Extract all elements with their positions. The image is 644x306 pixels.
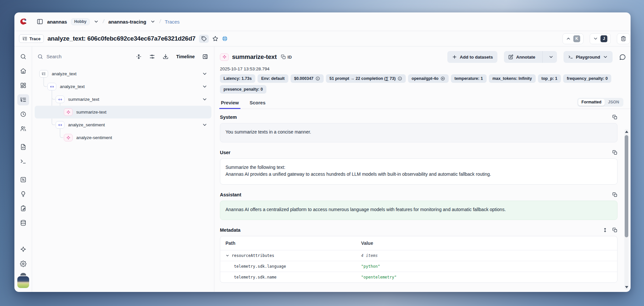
- tree-node-row[interactable]: analyze_text: [35, 67, 211, 80]
- star-icon[interactable]: [212, 36, 218, 42]
- download-icon[interactable]: [163, 54, 169, 60]
- app-logo[interactable]: [14, 18, 32, 25]
- next-trace-button[interactable]: J: [590, 33, 611, 44]
- breadcrumb-org[interactable]: anannas: [47, 19, 67, 25]
- add-to-datasets-button[interactable]: Add to datasets: [447, 51, 497, 63]
- tree-node-row[interactable]: analyze_text: [35, 80, 211, 93]
- list-tree-icon: [22, 36, 27, 41]
- chevron-down-icon[interactable]: [202, 84, 207, 89]
- playground-button[interactable]: Playground: [564, 51, 613, 63]
- tag-icon[interactable]: [199, 35, 209, 43]
- home-nav-icon[interactable]: [17, 65, 29, 77]
- vertical-scrollbar[interactable]: [624, 129, 629, 290]
- tree-node-row[interactable]: analyze_sentiment: [35, 118, 211, 131]
- user-avatar[interactable]: [17, 276, 29, 288]
- metadata-path: telemetry.sdk.name: [234, 275, 277, 279]
- breadcrumb-separator: /: [159, 18, 161, 25]
- tree-node-row[interactable]: analyze-sentiment: [35, 131, 211, 144]
- node-type-icon: [56, 96, 64, 103]
- sessions-clock-icon[interactable]: [17, 109, 29, 120]
- annotation-nav-icon[interactable]: [17, 203, 29, 214]
- logo-icon: [19, 18, 27, 25]
- search-nav-icon[interactable]: [17, 51, 29, 62]
- delete-trace-button[interactable]: [617, 33, 630, 44]
- metric-badge: $0.000347: [291, 74, 324, 83]
- info-icon[interactable]: [315, 76, 320, 81]
- copy-icon[interactable]: [612, 150, 617, 155]
- collapse-caret-icon[interactable]: [225, 254, 229, 258]
- view-options-icon[interactable]: [149, 54, 155, 60]
- annotate-dropdown-button[interactable]: [545, 51, 557, 63]
- copy-icon[interactable]: [612, 227, 617, 233]
- chevron-down-icon[interactable]: [94, 19, 99, 24]
- chevron-down-icon[interactable]: [202, 122, 207, 128]
- format-formatted-option[interactable]: Formatted: [578, 99, 605, 106]
- copy-icon: [281, 54, 286, 60]
- playground-nav-icon[interactable]: [17, 156, 29, 167]
- tree-node-label: analyze_text: [60, 84, 85, 89]
- prompts-nav-icon[interactable]: [17, 141, 29, 153]
- trace-tree-panel: Timeline analyze_text: [32, 46, 214, 292]
- node-type-icon: [56, 121, 64, 129]
- sidebar-toggle-icon[interactable]: [37, 18, 43, 25]
- copy-id-button[interactable]: ID: [281, 54, 292, 60]
- metadata-rows: resourceAttributes 4 items telemetry.sdk…: [220, 250, 617, 282]
- tracing-nav-icon[interactable]: [17, 94, 29, 105]
- metric-badge: top_p: 1: [538, 74, 561, 83]
- metadata-section-title: Metadata: [220, 227, 241, 233]
- trash-icon: [620, 36, 626, 42]
- chevron-down-icon[interactable]: [202, 97, 207, 102]
- hidden-avatar-arc: [20, 273, 26, 276]
- generation-type-icon: [220, 53, 229, 61]
- scroll-up-arrow[interactable]: [625, 131, 628, 133]
- annotate-button[interactable]: Annotate: [504, 51, 540, 63]
- circle-plus-icon[interactable]: [440, 76, 445, 81]
- collapse-all-icon[interactable]: [136, 54, 142, 60]
- tree-node-row[interactable]: summarize-text: [35, 106, 211, 118]
- tab-preview[interactable]: Preview: [220, 98, 240, 109]
- observation-title: summarize-text: [232, 53, 277, 61]
- metadata-row: resourceAttributes 4 items: [220, 250, 617, 261]
- chevron-down-icon[interactable]: [150, 19, 155, 24]
- datasets-nav-icon[interactable]: [17, 217, 29, 228]
- assistant-message-box: Anannas AI offers a centralized platform…: [220, 201, 617, 220]
- timeline-toggle[interactable]: Timeline: [176, 54, 195, 59]
- users-nav-icon[interactable]: [17, 123, 29, 134]
- breadcrumb-page[interactable]: Traces: [165, 19, 180, 25]
- settings-gear-icon[interactable]: [17, 258, 29, 269]
- dashboard-nav-icon[interactable]: [17, 80, 29, 91]
- chevron-down-icon[interactable]: [202, 71, 207, 77]
- scroll-down-arrow[interactable]: [625, 286, 628, 288]
- annotate-split-button: Annotate: [504, 51, 557, 63]
- globe-public-icon[interactable]: [222, 36, 228, 42]
- whats-new-sparkle-icon[interactable]: [17, 244, 29, 255]
- metric-badge: max_tokens: Infinity: [489, 74, 536, 83]
- tree-node-label: summarize_text: [68, 97, 99, 102]
- node-type-icon: [64, 108, 73, 116]
- metadata-path: resourceAttributes: [232, 253, 274, 258]
- user-message-line: Summarize the following text:: [225, 164, 612, 171]
- metadata-header-row: Path Value: [220, 236, 617, 250]
- tree-node-row[interactable]: summarize_text: [35, 93, 211, 106]
- scrollbar-thumb[interactable]: [625, 135, 628, 237]
- copy-icon[interactable]: [612, 192, 617, 197]
- format-toggle: Formatted JSON: [577, 98, 623, 107]
- observation-timestamp: 2025-10-17 13:53:28.794: [220, 66, 631, 71]
- collapse-panel-icon[interactable]: [202, 54, 208, 60]
- node-type-icon: [64, 134, 73, 141]
- tab-scores[interactable]: Scores: [249, 98, 266, 109]
- search-input[interactable]: [46, 54, 92, 59]
- breadcrumb-project[interactable]: anannas-tracing: [108, 19, 146, 25]
- expand-vertical-icon[interactable]: [602, 227, 608, 233]
- chevron-down-icon: [548, 54, 554, 60]
- info-icon[interactable]: [398, 76, 402, 81]
- evaluation-nav-icon[interactable]: [17, 174, 29, 185]
- user-section-title: User: [220, 150, 230, 155]
- comments-button[interactable]: [619, 54, 626, 61]
- prev-trace-button[interactable]: K: [563, 33, 583, 44]
- trace-type-badge: Trace: [19, 34, 44, 43]
- lightbulb-nav-icon[interactable]: [17, 189, 29, 200]
- copy-icon[interactable]: [612, 115, 617, 120]
- metric-badge: presence_penalty: 0: [220, 85, 266, 94]
- format-json-option[interactable]: JSON: [605, 99, 622, 106]
